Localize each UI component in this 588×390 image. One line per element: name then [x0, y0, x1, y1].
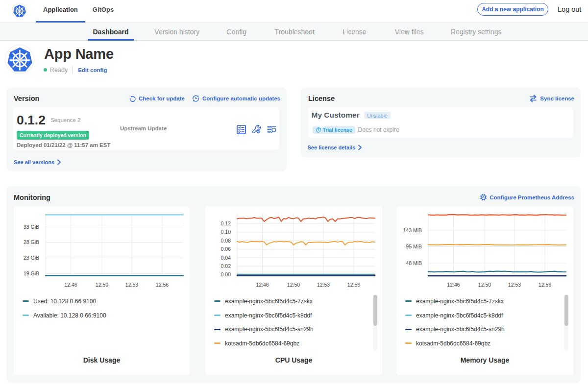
svg-text:0.02: 0.02	[221, 263, 231, 269]
svg-text:12:50: 12:50	[478, 281, 491, 287]
svg-text:12:53: 12:53	[125, 281, 138, 287]
svg-text:23 GiB: 23 GiB	[24, 255, 39, 261]
svg-text:0.10: 0.10	[221, 229, 231, 235]
svg-text:95 MiB: 95 MiB	[406, 244, 422, 249]
svg-text:19 GiB: 19 GiB	[24, 270, 39, 276]
svg-text:12:50: 12:50	[287, 281, 300, 287]
svg-text:12:53: 12:53	[317, 281, 330, 287]
svg-text:12:56: 12:56	[156, 281, 169, 287]
svg-text:0.04: 0.04	[221, 254, 231, 260]
svg-text:12:56: 12:56	[539, 281, 551, 287]
svg-text:12:46: 12:46	[256, 281, 269, 287]
svg-text:12:46: 12:46	[64, 281, 77, 287]
svg-text:12:50: 12:50	[96, 281, 108, 287]
svg-text:0.00: 0.00	[221, 271, 231, 277]
svg-text:0.08: 0.08	[221, 237, 231, 243]
svg-text:12:46: 12:46	[447, 281, 460, 287]
svg-text:0.12: 0.12	[221, 220, 231, 226]
svg-text:0.06: 0.06	[221, 246, 231, 252]
svg-text:143 MiB: 143 MiB	[403, 227, 422, 233]
svg-text:28 GiB: 28 GiB	[24, 239, 39, 245]
svg-text:48 MiB: 48 MiB	[406, 260, 422, 266]
svg-text:12:56: 12:56	[347, 281, 360, 287]
svg-text:12:53: 12:53	[508, 281, 521, 287]
svg-text:33 GiB: 33 GiB	[24, 224, 39, 230]
